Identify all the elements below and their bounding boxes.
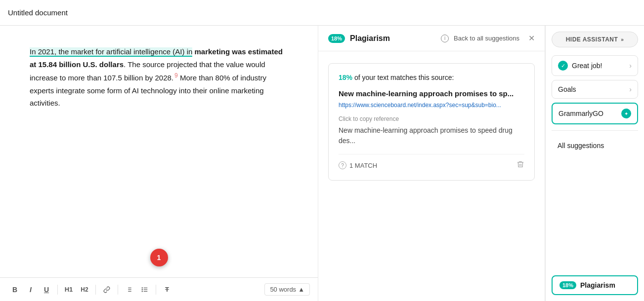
chevron-right-icon: ›: [629, 62, 632, 70]
citation-number: 9: [174, 72, 178, 79]
toolbar-separator-3: [118, 285, 118, 295]
sidebar-items: ✓ Great job! › Goals › GrammarlyGO ✦ All…: [546, 47, 644, 275]
clear-format-button[interactable]: T: [160, 283, 174, 297]
h1-button[interactable]: H1: [62, 283, 76, 297]
word-count-button[interactable]: 50 words ▲: [264, 283, 310, 296]
match-count: 1 MATCH: [349, 162, 377, 169]
editor-content[interactable]: In 2021, the market for artificial intel…: [0, 26, 318, 277]
link-button[interactable]: [100, 283, 114, 297]
chevron-right-icon: ›: [629, 85, 632, 93]
match-percent-text: 18% of your text matches this source:: [339, 74, 524, 81]
sidebar-item-goals[interactable]: Goals ›: [552, 80, 638, 99]
check-icon: ✓: [558, 61, 568, 71]
card-footer: ? 1 MATCH: [339, 154, 524, 170]
svg-point-7: [142, 289, 142, 290]
italic-button[interactable]: I: [24, 283, 38, 297]
h2-button[interactable]: H2: [78, 283, 91, 297]
toolbar-separator-4: [156, 285, 156, 295]
bold-button[interactable]: B: [8, 283, 22, 297]
ordered-list-button[interactable]: [122, 283, 136, 297]
trash-icon[interactable]: [516, 160, 524, 170]
editor-paragraph: In 2021, the market for artificial intel…: [30, 45, 288, 110]
sidebar-item-label: GrammarlyGO: [558, 110, 618, 117]
close-icon[interactable]: ✕: [528, 34, 535, 43]
sidebar-divider: [552, 130, 638, 131]
svg-point-8: [142, 291, 142, 291]
source-url[interactable]: https://www.scienceboard.net/index.aspx?…: [339, 102, 524, 109]
match-info: ? 1 MATCH: [339, 161, 377, 169]
panel-body: 18% of your text matches this source: Ne…: [318, 51, 545, 301]
panel-percent-badge: 18%: [328, 34, 345, 43]
source-excerpt: New machine-learning approach promises t…: [339, 125, 524, 146]
plagiarism-panel: 18% Plagiarism i Back to all suggestions…: [318, 26, 545, 301]
sidebar-item-label: Great job!: [572, 62, 629, 70]
highlighted-text: In 2021, the market for artificial intel…: [30, 47, 192, 57]
source-card: 18% of your text matches this source: Ne…: [328, 63, 535, 181]
toolbar-separator-2: [95, 285, 96, 295]
panel-title: Plagiarism: [350, 34, 436, 43]
plagiarism-bar-label: Plagiarism: [580, 281, 615, 289]
toolbar-separator-1: [57, 285, 58, 295]
header: Untitled document: [0, 0, 644, 26]
sidebar-item-label: Goals: [558, 85, 629, 93]
copy-reference-button[interactable]: Click to copy reference: [339, 115, 524, 122]
unordered-list-button[interactable]: [138, 283, 152, 297]
info-icon[interactable]: i: [441, 35, 449, 42]
hide-assistant-button[interactable]: HIDE ASSISTANT »: [552, 32, 638, 47]
document-title[interactable]: Untitled document: [8, 8, 68, 17]
grammarly-go-badge: ✦: [621, 109, 631, 118]
float-badge[interactable]: 1: [150, 249, 168, 266]
all-suggestions-link[interactable]: All suggestions: [552, 137, 638, 154]
panel-header: 18% Plagiarism i Back to all suggestions…: [318, 26, 545, 51]
source-title: New machine-learning approach promises t…: [339, 88, 524, 99]
underline-button[interactable]: U: [40, 283, 53, 297]
sidebar-item-great-job[interactable]: ✓ Great job! ›: [552, 55, 638, 76]
main-layout: In 2021, the market for artificial intel…: [0, 26, 644, 301]
plagiarism-bar[interactable]: 18% Plagiarism: [552, 275, 638, 295]
plagiarism-bar-badge: 18%: [559, 281, 576, 289]
editor-area: In 2021, the market for artificial intel…: [0, 26, 318, 301]
right-sidebar: HIDE ASSISTANT » ✓ Great job! › Goals › …: [545, 26, 644, 301]
back-button[interactable]: Back to all suggestions: [454, 35, 519, 42]
editor-toolbar: B I U H1 H2 T 50 words ▲: [0, 277, 318, 301]
help-icon[interactable]: ?: [339, 161, 346, 169]
svg-point-6: [142, 287, 142, 288]
sidebar-item-grammarly-go[interactable]: GrammarlyGO ✦: [552, 103, 638, 124]
